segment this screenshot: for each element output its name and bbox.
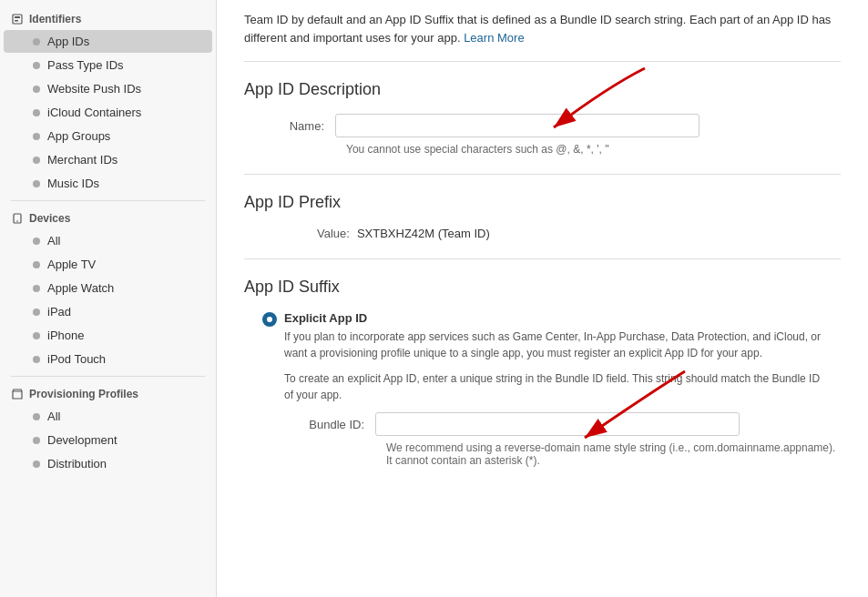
sidebar-item-label: Apple TV [47, 258, 96, 271]
bundle-id-hint: We recommend using a reverse-domain name… [386, 441, 841, 467]
prefix-label: Value: [317, 227, 357, 240]
devices-header-label: Devices [29, 212, 70, 225]
dot-icon [33, 62, 40, 69]
app-id-suffix-title: App ID Suffix [244, 278, 841, 297]
app-id-suffix-section: App ID Suffix Explicit App ID If you pla… [244, 259, 841, 483]
sidebar-item-label: App Groups [47, 129, 110, 143]
explicit-desc-2: To create an explicit App ID, enter a un… [284, 370, 831, 403]
sidebar-item-identifier-5[interactable]: Merchant IDs [4, 148, 212, 171]
name-field-container: Name: You cannot use special characters … [244, 114, 841, 156]
sidebar-item-label: iPod Touch [47, 352, 106, 366]
sidebar-item-identifier-1[interactable]: Pass Type IDs [4, 54, 212, 76]
dot-icon [33, 38, 40, 46]
dot-icon [33, 261, 40, 268]
sidebar-item-identifier-6[interactable]: Music IDs [4, 172, 212, 195]
devices-icon [11, 212, 24, 225]
bundle-id-label: Bundle ID: [284, 418, 375, 431]
sidebar-item-label: iPad [47, 305, 71, 319]
prefix-value: SXTBXHZ42M (Team ID) [357, 227, 490, 240]
sidebar-item-device-0[interactable]: All [4, 229, 212, 252]
sidebar-item-label: Music IDs [47, 177, 99, 190]
sidebar-item-device-4[interactable]: iPhone [4, 324, 212, 347]
sidebar-item-label: Merchant IDs [47, 153, 117, 167]
sidebar-item-label: App IDs [47, 35, 89, 48]
dot-icon [33, 437, 40, 444]
dot-icon [33, 413, 40, 420]
app-id-prefix-title: App ID Prefix [244, 193, 841, 212]
sidebar-item-label: iCloud Containers [47, 106, 141, 119]
dot-icon [33, 309, 40, 316]
name-input[interactable] [335, 114, 700, 137]
bundle-id-input[interactable] [375, 412, 740, 436]
sidebar-divider-2 [11, 376, 205, 377]
svg-point-4 [16, 220, 18, 222]
learn-more-link[interactable]: Learn More [464, 31, 524, 45]
explicit-desc-1: If you plan to incorporate app services … [284, 329, 831, 361]
sidebar-item-device-5[interactable]: iPod Touch [4, 348, 212, 370]
sidebar-item-label: Apple Watch [47, 281, 114, 295]
bundle-id-arrow-container: Bundle ID: We recommend using a reverse-… [284, 412, 841, 467]
dot-icon [33, 157, 40, 164]
sidebar-item-label: All [47, 234, 60, 248]
name-form-row: Name: [244, 114, 841, 137]
identifiers-icon [11, 13, 24, 25]
dot-icon [33, 332, 40, 339]
explicit-radio-title: Explicit App ID [284, 311, 841, 325]
svg-rect-2 [15, 20, 18, 22]
app-id-description-title: App ID Description [244, 80, 841, 99]
sidebar-item-label: Distribution [47, 457, 107, 471]
explicit-radio-content: Explicit App ID If you plan to incorpora… [284, 311, 841, 467]
svg-rect-0 [13, 15, 22, 24]
dot-icon [33, 238, 40, 245]
main-content: Team ID by default and an App ID Suffix … [217, 0, 868, 597]
sidebar-item-device-3[interactable]: iPad [4, 300, 212, 323]
profiles-header-label: Provisioning Profiles [29, 388, 138, 400]
sidebar-item-identifier-2[interactable]: Website Push IDs [4, 77, 212, 100]
sidebar-divider-1 [11, 200, 205, 201]
intro-text: Team ID by default and an App ID Suffix … [244, 0, 841, 62]
sidebar-item-label: iPhone [47, 329, 84, 342]
explicit-app-id-option[interactable]: Explicit App ID If you plan to incorpora… [262, 311, 841, 467]
sidebar-item-device-2[interactable]: Apple Watch [4, 277, 212, 299]
sidebar-item-label: Pass Type IDs [47, 58, 124, 72]
dot-icon [33, 180, 40, 187]
profiles-section-header[interactable]: Provisioning Profiles [0, 382, 216, 404]
sidebar-item-profile-0[interactable]: All [4, 405, 212, 428]
dot-icon [33, 460, 40, 468]
radio-inner [267, 317, 272, 322]
sidebar: Identifiers App IDsPass Type IDsWebsite … [0, 0, 217, 597]
sidebar-item-identifier-3[interactable]: iCloud Containers [4, 101, 212, 124]
sidebar-item-label: All [47, 410, 60, 423]
app-id-prefix-section: App ID Prefix Value: SXTBXHZ42M (Team ID… [244, 175, 841, 259]
explicit-radio-button[interactable] [262, 312, 277, 327]
dot-icon [33, 285, 40, 292]
dot-icon [33, 86, 40, 93]
sidebar-item-label: Development [47, 433, 117, 447]
devices-section-header[interactable]: Devices [0, 207, 216, 228]
app-id-description-section: App ID Description Name: You cannot use … [244, 62, 841, 175]
svg-rect-1 [15, 16, 20, 18]
name-hint: You cannot use special characters such a… [346, 143, 841, 156]
profiles-icon [11, 388, 24, 400]
sidebar-item-identifier-0[interactable]: App IDs [4, 30, 212, 53]
sidebar-item-profile-1[interactable]: Development [4, 429, 212, 451]
sidebar-item-device-1[interactable]: Apple TV [4, 253, 212, 276]
sidebar-item-identifier-4[interactable]: App Groups [4, 125, 212, 147]
identifiers-header-label: Identifiers [29, 13, 81, 25]
name-label: Name: [244, 119, 335, 133]
sidebar-item-label: Website Push IDs [47, 82, 141, 96]
dot-icon [33, 356, 40, 363]
bundle-id-form-row: Bundle ID: [284, 412, 841, 436]
identifiers-section-header[interactable]: Identifiers [0, 7, 216, 29]
sidebar-item-profile-2[interactable]: Distribution [4, 452, 212, 475]
prefix-row: Value: SXTBXHZ42M (Team ID) [317, 227, 841, 240]
dot-icon [33, 133, 40, 140]
dot-icon [33, 109, 40, 116]
